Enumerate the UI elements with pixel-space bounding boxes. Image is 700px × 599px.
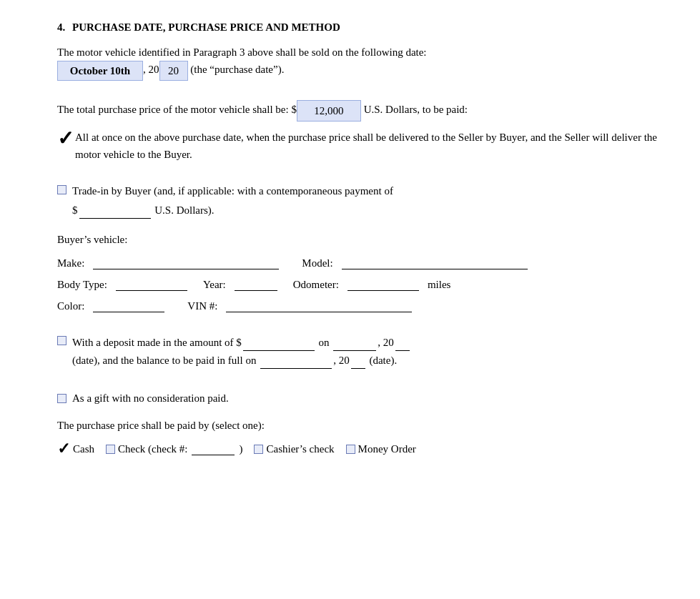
deposit-balance-row: (date), and the balance to be paid in fu… xyxy=(72,351,657,369)
model-label: Model: xyxy=(302,257,332,269)
checkmark-all-at-once: ✓ xyxy=(57,129,74,149)
payment-method-label: The purchase price shall be paid by (sel… xyxy=(57,417,657,434)
balance-date-field[interactable] xyxy=(260,351,332,369)
price-intro: The total purchase price of the motor ve… xyxy=(57,104,297,115)
option-trade-in[interactable]: Trade-in by Buyer (and, if applicable: w… xyxy=(57,182,657,219)
checkbox-trade-in[interactable] xyxy=(57,185,66,194)
deposit-amount-field[interactable] xyxy=(243,333,315,351)
checkmark-cash: ✓ xyxy=(57,441,70,457)
balance-year-field[interactable] xyxy=(351,351,365,369)
dollar-prefix: $ xyxy=(72,204,78,216)
body-type-field[interactable] xyxy=(116,278,187,291)
check-number-field[interactable] xyxy=(192,442,235,455)
year-label: Year: xyxy=(203,279,226,291)
deposit-date-field[interactable] xyxy=(333,333,376,351)
payment-cashiers-check[interactable]: Cashier’s check xyxy=(254,443,334,455)
vin-label: VIN #: xyxy=(187,300,217,312)
money-order-label: Money Order xyxy=(358,443,416,455)
purchase-date-suffix: (the “purchase date”). xyxy=(188,64,285,75)
option-gift[interactable]: As a gift with no consideration paid. xyxy=(57,390,657,407)
checkbox-cashiers-check[interactable] xyxy=(254,445,263,454)
cash-label: Cash xyxy=(73,443,94,455)
payment-check[interactable]: Check (check #: ) xyxy=(106,442,242,455)
us-dollars-label: U.S. Dollars). xyxy=(154,204,214,216)
cashiers-check-label: Cashier’s check xyxy=(266,443,334,455)
paragraph-price: The total purchase price of the motor ve… xyxy=(57,100,657,122)
trade-amount-field[interactable] xyxy=(79,201,151,219)
make-label: Make: xyxy=(57,257,84,269)
section-title: 4. PURCHASE DATE, PURCHASE PRICE AND MET… xyxy=(57,21,657,34)
body-year-odometer-row: Body Type: Year: Odometer: miles xyxy=(57,278,657,291)
payment-options-row: ✓ Cash Check (check #: ) Cashier’s check… xyxy=(57,441,657,457)
check-suffix: ) xyxy=(239,443,242,455)
year-field[interactable]: 20 xyxy=(159,61,188,81)
option-deposit[interactable]: With a deposit made in the amount of $ o… xyxy=(57,333,657,369)
date-intro-text: The motor vehicle identified in Paragrap… xyxy=(57,46,427,58)
all-at-once-text: All at once on the above purchase date, … xyxy=(75,129,657,163)
price-suffix: U.S. Dollars, to be paid: xyxy=(361,104,468,115)
trade-in-row: Trade-in by Buyer (and, if applicable: w… xyxy=(57,182,657,199)
checkbox-check[interactable] xyxy=(106,445,115,454)
year-prefix: , 20 xyxy=(143,64,159,75)
buyers-vehicle-label: Buyer’s vehicle: xyxy=(57,231,657,248)
payment-money-order[interactable]: Money Order xyxy=(346,443,416,455)
trade-in-amount-row: $ U.S. Dollars). xyxy=(72,201,657,219)
paragraph-date: The motor vehicle identified in Paragrap… xyxy=(57,44,657,81)
model-field[interactable] xyxy=(342,257,528,269)
miles-label: miles xyxy=(428,279,451,291)
deposit-row: With a deposit made in the amount of $ o… xyxy=(57,333,657,351)
section-number: 4. xyxy=(57,21,65,33)
checkbox-gift[interactable] xyxy=(57,394,66,403)
price-field[interactable]: 12,000 xyxy=(297,100,361,122)
checkbox-money-order[interactable] xyxy=(346,445,355,454)
payment-cash[interactable]: ✓ Cash xyxy=(57,441,94,457)
checkbox-deposit[interactable] xyxy=(57,336,66,345)
vin-field[interactable] xyxy=(226,300,412,312)
option-all-at-once[interactable]: ✓ All at once on the above purchase date… xyxy=(57,129,657,163)
odometer-field[interactable] xyxy=(347,278,419,291)
color-vin-row: Color: VIN #: xyxy=(57,300,657,312)
section-heading: PURCHASE DATE, PURCHASE PRICE AND METHOD xyxy=(72,21,340,33)
date-field[interactable]: October 10th xyxy=(57,61,143,81)
deposit-text: With a deposit made in the amount of $ o… xyxy=(72,333,411,351)
odometer-label: Odometer: xyxy=(293,279,339,291)
deposit-year-field[interactable] xyxy=(395,333,410,351)
make-field[interactable] xyxy=(93,257,279,269)
body-type-label: Body Type: xyxy=(57,279,107,291)
color-label: Color: xyxy=(57,300,84,312)
gift-text: As a gift with no consideration paid. xyxy=(72,390,229,407)
check-label: Check (check #: xyxy=(118,443,187,455)
trade-in-text: Trade-in by Buyer (and, if applicable: w… xyxy=(72,182,393,199)
make-model-row: Make: Model: xyxy=(57,257,657,269)
year-car-field[interactable] xyxy=(235,278,277,291)
color-field[interactable] xyxy=(93,300,164,312)
